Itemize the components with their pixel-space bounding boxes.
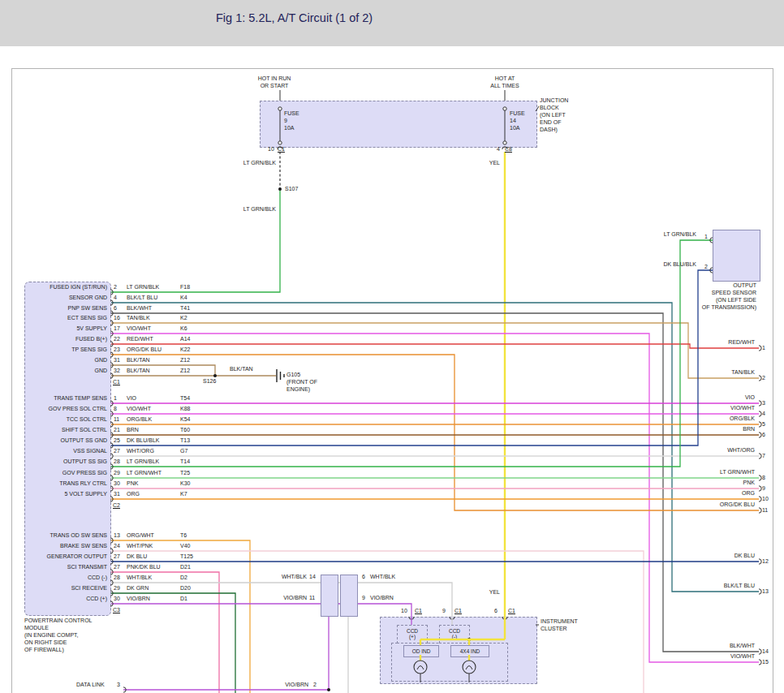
circuit-number: K7 — [180, 491, 187, 497]
circuit-number: T60 — [180, 427, 190, 433]
pcm-pin-label: 5V SUPPLY — [26, 325, 107, 332]
pcm-pin-label: GND — [26, 368, 107, 374]
wire-color-label: LT GRN/BLK — [633, 231, 696, 238]
wire-color-label: DK GRN — [127, 585, 149, 592]
pcm-pin-label: GENERATOR OUTPUT — [26, 553, 107, 560]
circuit-number: K22 — [180, 346, 190, 353]
wire-color-label: WHT/PNK — [127, 543, 153, 549]
wire-color-label: WHT/BLK — [243, 574, 307, 580]
edge-pin-number: 13 — [762, 588, 769, 595]
wire-color-label: DK BLU — [680, 553, 755, 559]
wire-color-label: BLK/LT BLU — [680, 583, 755, 589]
circuit-number: T6 — [180, 532, 187, 539]
wire-color-label: BLK/TAN — [230, 366, 253, 372]
circuit-number: V40 — [180, 543, 190, 549]
pcm-pin-number: 11 — [114, 416, 119, 423]
circuit-number: K6 — [180, 325, 187, 332]
connector-pin: 9 — [362, 595, 365, 601]
circuit-number: K88 — [180, 406, 190, 412]
pcm-pin-label: SENSOR GND — [26, 295, 107, 301]
instrument-cluster-caption: INSTRUMENT CLUSTER — [541, 618, 578, 632]
label-layer: HOT IN RUN OR START HOT AT ALL TIMES FUS… — [0, 0, 784, 693]
edge-pin-number: 14 — [762, 648, 769, 655]
connector-pin: 1 — [704, 234, 708, 240]
wiring-diagram-page: Fig 1: 5.2L, A/T Circuit (1 of 2) — [0, 0, 784, 693]
wire-color-label: BRN — [127, 427, 139, 433]
circuit-number: G7 — [180, 448, 187, 454]
wire-color-label: BRN — [680, 426, 755, 433]
edge-pin-number: 8 — [762, 475, 765, 481]
pcm-pin-number: 8 — [114, 406, 117, 412]
edge-pin-number: 3 — [762, 400, 765, 407]
connector-label: C1 — [415, 608, 422, 614]
wire-color-label: DK BLU/BLK — [627, 261, 696, 268]
wire-color-label: ORG/DK BLU — [127, 346, 162, 353]
circuit-number: A14 — [180, 336, 190, 342]
pcm-pin-number: 4 — [114, 295, 117, 301]
circuit-number: Z12 — [180, 368, 190, 374]
circuit-number: Z12 — [180, 357, 190, 364]
pcm-pin-number: 30 — [114, 596, 120, 602]
wire-color-label: VIO/WHT — [127, 406, 151, 412]
pcm-pin-label: GND — [26, 357, 107, 364]
junction-block-caption: JUNCTION BLOCK (ON LEFT END OF DASH) — [540, 97, 568, 133]
pcm-pin-number: 27 — [114, 553, 120, 560]
circuit-number: T125 — [180, 553, 193, 560]
circuit-number: K30 — [180, 480, 190, 487]
wire-color-label: BLK/TAN — [127, 357, 150, 364]
circuit-number: D1 — [180, 596, 187, 602]
wire-color-label: TAN/BLK — [680, 369, 755, 376]
circuit-number: T54 — [180, 395, 190, 402]
edge-pin-number: 4 — [762, 411, 765, 417]
circuit-number: K2 — [180, 315, 187, 321]
wire-color-label: LT GRN/WHT — [127, 470, 162, 476]
wire-color-label: ORG/BLK — [680, 415, 755, 422]
pcm-pin-label: PNP SW SENS — [26, 305, 107, 312]
connector-label: C1 — [508, 608, 515, 614]
pcm-pin-number: 17 — [114, 325, 120, 332]
pcm-connector-label: C3 — [113, 607, 120, 613]
wire-color-label: VIO/BRN — [243, 595, 307, 601]
pcm-pin-number: 31 — [114, 357, 120, 364]
connector-label: C8 — [505, 146, 512, 153]
pcm-connector-label: C1 — [113, 379, 120, 385]
pcm-pin-label: TRANS TEMP SENS — [26, 395, 107, 402]
wire-color-label: VIO/BRN — [370, 595, 394, 601]
pcm-pin-label: FUSED B(+) — [26, 336, 107, 342]
wire-color-label: WHT/BLK — [370, 574, 395, 580]
edge-pin-number: 2 — [762, 375, 765, 381]
wire-color-label: VIO — [680, 394, 755, 401]
wire-color-label: ORG/WHT — [127, 532, 154, 539]
pcm-pin-number: 27 — [114, 448, 120, 454]
wire-color-label: BLK/WHT — [680, 643, 755, 649]
splice-label: S126 — [203, 378, 216, 385]
pcm-pin-label: SHIFT SOL CTRL — [26, 427, 107, 433]
circuit-number: T14 — [180, 458, 190, 465]
pcm-pin-number: 27 — [114, 564, 120, 570]
pcm-pin-number: 22 — [114, 336, 120, 342]
connector-pin: 6 — [494, 608, 498, 614]
wire-color-label: PNK — [680, 480, 755, 486]
wire-color-label: LT GRN/WHT — [680, 469, 755, 476]
wire-color-label: VIO/WHT — [680, 405, 755, 411]
power-source-label: HOT IN RUN OR START — [250, 75, 299, 89]
connector-pin: 3 — [117, 682, 120, 688]
edge-pin-number: 11 — [762, 507, 768, 514]
edge-pin-number: 1 — [762, 345, 765, 351]
ground-caption: G105 (FRONT OF ENGINE) — [286, 371, 317, 393]
connector-pin: 2 — [313, 682, 317, 688]
pcm-connector-label: C2 — [113, 502, 120, 509]
pcm-pin-label: CCD (-) — [26, 575, 107, 581]
pcm-pin-label: 5 VOLT SUPPLY — [26, 491, 107, 497]
data-link-label: DATA LINK — [76, 682, 105, 688]
splice-label: S107 — [285, 186, 298, 192]
edge-pin-number: 10 — [762, 496, 769, 502]
connector-pin: 10 — [401, 608, 407, 614]
wire-color-label: BLK/LT BLU — [127, 295, 157, 301]
pcm-pin-number: 28 — [114, 458, 120, 465]
wire-color-label: ORG/DK BLU — [680, 501, 755, 508]
wire-color-label: LT GRN/BLK — [218, 160, 276, 166]
pcm-pin-number: 29 — [114, 585, 120, 592]
wire-color-label: ORG/BLK — [127, 416, 152, 423]
wire-color-label: ORG — [680, 490, 755, 497]
